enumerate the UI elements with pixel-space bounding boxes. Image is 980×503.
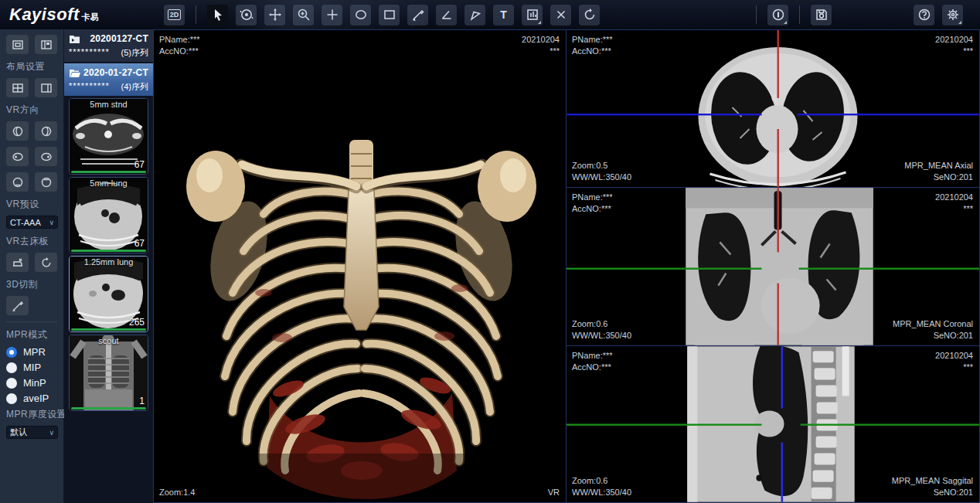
2d-icon: 2D: [168, 9, 182, 20]
gear-icon: [946, 8, 960, 22]
save-button[interactable]: [811, 5, 832, 25]
layout-single-button[interactable]: [6, 35, 29, 54]
study-series-count: (5)序列: [121, 47, 148, 59]
tool-window-level-button[interactable]: [236, 5, 257, 25]
tool-2d-button[interactable]: 2D: [164, 5, 185, 25]
vr-back-button[interactable]: [35, 121, 57, 141]
tool-crosshair-button[interactable]: [322, 5, 342, 25]
radio-icon: [6, 347, 17, 358]
vr-top-icon: [12, 176, 24, 189]
vr-preset-select[interactable]: CT-AAA ∨: [6, 216, 58, 229]
sidebar-divider: [6, 321, 57, 322]
ellipse-icon: [354, 8, 368, 22]
layout-split-button[interactable]: [35, 78, 57, 97]
tool-angle-button[interactable]: [436, 5, 457, 25]
tool-measure-button[interactable]: [407, 5, 428, 25]
thumbnail-label: 5mm lung: [70, 178, 148, 188]
thumbnail-image-scout: [70, 335, 148, 410]
settings-button[interactable]: [942, 5, 963, 25]
section-label-mpr-mode: MPR模式: [6, 328, 57, 342]
tool-text-button[interactable]: T: [493, 5, 514, 25]
mpr-axial-viewport[interactable]: PName:*** AccNO:*** 20210204 *** Zoom:0.…: [567, 29, 980, 188]
vr-front-button[interactable]: [6, 121, 29, 141]
mpr-coronal-image: [567, 188, 979, 345]
angle-icon: [440, 8, 454, 22]
tool-histogram-button[interactable]: [522, 5, 543, 25]
corner-caret: [958, 21, 961, 24]
vr-back-icon: [40, 125, 53, 138]
series-thumbnail-1[interactable]: 5mm stnd 67: [69, 98, 148, 175]
mpr-sagittal-viewport[interactable]: PName:*** AccNO:*** 20210204 *** Zoom:0.…: [567, 346, 980, 503]
help-icon: [917, 8, 931, 22]
vr-reset-button[interactable]: [35, 253, 57, 272]
toolbar-right-group: [753, 5, 980, 25]
toolbar-divider: [196, 5, 196, 24]
section-label-vr-direction: VR方向: [6, 104, 57, 117]
zoom-icon: [297, 8, 311, 22]
folder-icon: [69, 34, 80, 44]
chevron-down-icon: ∨: [49, 429, 54, 437]
layout-grid-2x2-button[interactable]: [6, 78, 29, 97]
radio-icon: [6, 378, 17, 389]
app-window: Kayisoft 卡易 2D: [0, 0, 980, 503]
radio-label: MIP: [23, 362, 41, 373]
vr-viewport[interactable]: .rib { stroke:#d8c39c; stroke-width:10; …: [153, 29, 567, 503]
pencil-icon: [411, 8, 425, 22]
mpr-mode-radio-aveip[interactable]: aveIP: [6, 393, 57, 404]
tool-pan-button[interactable]: [264, 5, 285, 25]
section-label-layout: 布局设置: [6, 60, 57, 73]
folder-open-icon: [69, 68, 81, 78]
vr-top-button[interactable]: [6, 172, 29, 192]
series-panel: 20200127-CT ********** (5)序列 2020-01-27-…: [64, 29, 153, 503]
mpr-mode-radio-mip[interactable]: MIP: [6, 362, 57, 373]
tool-arrow-annotate-button[interactable]: [464, 5, 485, 25]
pan-icon: [268, 8, 282, 22]
mpr-mode-radio-mpr[interactable]: MPR: [6, 346, 57, 358]
toolbar-left-group: 2D: [164, 5, 600, 25]
series-thumbnail-4[interactable]: scout 1: [69, 335, 148, 411]
vr-left-icon: [12, 151, 24, 163]
help-button[interactable]: [914, 5, 934, 25]
tool-ellipse-button[interactable]: [350, 5, 371, 25]
window-level-icon: [240, 8, 254, 22]
radio-label: MPR: [23, 346, 46, 358]
text-tool-icon: T: [500, 9, 507, 20]
study-series-count: (4)序列: [121, 81, 148, 93]
vr-bottom-button[interactable]: [35, 172, 57, 192]
mpr-thickness-select[interactable]: 默认 ∨: [6, 426, 58, 439]
tool-delete-button[interactable]: [550, 5, 571, 25]
series-thumbnail-2[interactable]: 5mm lung 67: [69, 177, 148, 253]
remove-bed-button[interactable]: [6, 253, 29, 272]
tool-reset-button[interactable]: [579, 5, 600, 25]
thumbnail-count: 67: [134, 159, 145, 170]
scalpel-button[interactable]: [6, 296, 29, 315]
study-item-2[interactable]: 2020-01-27-CT ********** (4)序列: [64, 63, 153, 96]
mpr-mode-radio-minp[interactable]: MinP: [6, 377, 57, 389]
study-item-1[interactable]: 20200127-CT ********** (5)序列: [64, 29, 153, 62]
thumbnail-count: 265: [129, 317, 145, 328]
info-button[interactable]: [767, 5, 788, 25]
scalpel-icon: [12, 300, 24, 312]
series-panel-toggle-button[interactable]: [35, 35, 57, 54]
corner-caret: [538, 21, 541, 24]
series-thumbnail-3[interactable]: 1.25mm lung 265: [69, 256, 148, 332]
toolbar-divider: [799, 5, 800, 24]
split-layout-icon: [40, 82, 53, 94]
chevron-down-icon: ∨: [49, 219, 54, 226]
top-toolbar: Kayisoft 卡易 2D: [0, 0, 980, 29]
left-sidebar: 布局设置 VR方向: [0, 29, 64, 503]
thumbnail-label: scout: [70, 336, 148, 345]
histogram-icon: [526, 8, 539, 22]
info-icon: [771, 8, 785, 22]
section-label-vr-preset: VR预设: [6, 198, 57, 211]
grid-2x2-icon: [12, 82, 24, 94]
vr-right-button[interactable]: [35, 147, 57, 166]
study-title: 2020-01-27-CT: [83, 67, 148, 78]
tool-rectangle-button[interactable]: [379, 5, 400, 25]
tool-zoom-button[interactable]: [293, 5, 314, 25]
vr-left-button[interactable]: [6, 147, 29, 166]
mpr-thickness-value: 默认: [10, 427, 27, 438]
mpr-coronal-viewport[interactable]: PName:*** AccNO:*** 20210204 *** Zoom:0.…: [567, 188, 980, 346]
tool-cursor-button[interactable]: [207, 5, 228, 25]
mpr-sagittal-image: [567, 346, 979, 502]
